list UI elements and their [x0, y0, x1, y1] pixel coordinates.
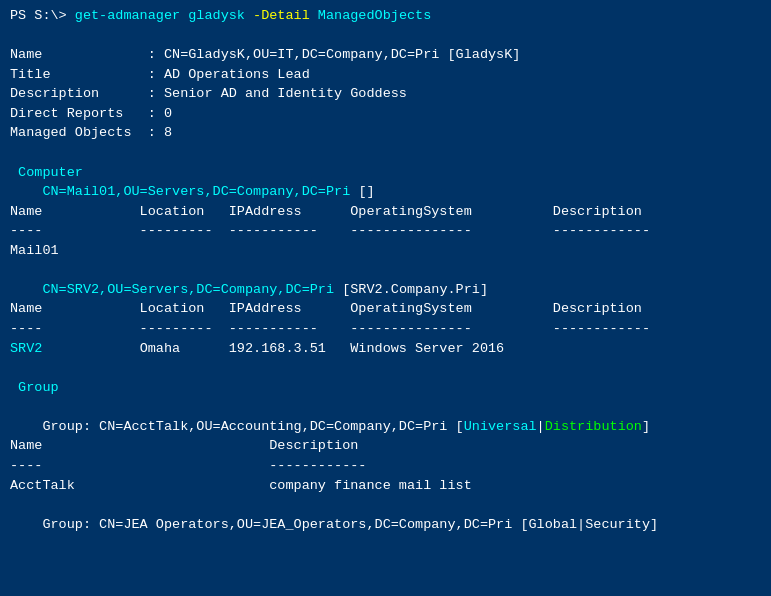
- group1-dash: ---- ------------: [10, 458, 366, 473]
- group2-cn: Group: CN=JEA Operators,OU=JEA_Operators…: [10, 517, 658, 532]
- direct-line: Direct Reports : 0: [10, 106, 172, 121]
- prompt-line: PS S:\> get-admanager gladysk -Detail Ma…: [10, 8, 431, 23]
- section-computer: Computer: [10, 165, 83, 180]
- comp-header2: Name Location IPAddress OperatingSystem …: [10, 301, 642, 316]
- managed-line: Managed Objects : 8: [10, 125, 172, 140]
- comp-cn2: CN=SRV2,OU=Servers,DC=Company,DC=Pri [SR…: [10, 282, 488, 297]
- group1-header: Name Description: [10, 438, 358, 453]
- comp-dash1: ---- --------- ----------- -------------…: [10, 223, 650, 238]
- comp-header1: Name Location IPAddress OperatingSystem …: [10, 204, 642, 219]
- comp-dash2: ---- --------- ----------- -------------…: [10, 321, 650, 336]
- name-line: Name : CN=GladysK,OU=IT,DC=Company,DC=Pr…: [10, 47, 520, 62]
- group1-cn: Group: CN=AcctTalk,OU=Accounting,DC=Comp…: [10, 419, 650, 434]
- terminal-window: PS S:\> get-admanager gladysk -Detail Ma…: [10, 6, 761, 534]
- desc-line: Description : Senior AD and Identity God…: [10, 86, 407, 101]
- group1-row: AcctTalk company finance mail list: [10, 478, 472, 493]
- section-group: Group: [10, 380, 59, 395]
- comp-row2: SRV2 Omaha 192.168.3.51 Windows Server 2…: [10, 341, 504, 356]
- title-line: Title : AD Operations Lead: [10, 67, 310, 82]
- comp-cn1: CN=Mail01,OU=Servers,DC=Company,DC=Pri […: [10, 184, 375, 199]
- comp-row1: Mail01: [10, 243, 59, 258]
- terminal-content: PS S:\> get-admanager gladysk -Detail Ma…: [10, 6, 761, 534]
